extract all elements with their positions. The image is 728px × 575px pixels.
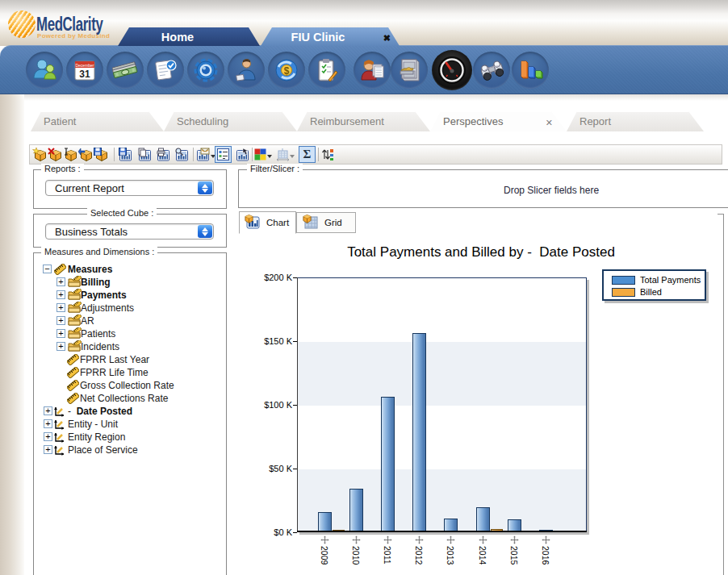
svg-text:$: $ <box>284 65 290 77</box>
svg-text:31: 31 <box>79 69 90 80</box>
svg-text:December: December <box>75 63 94 68</box>
